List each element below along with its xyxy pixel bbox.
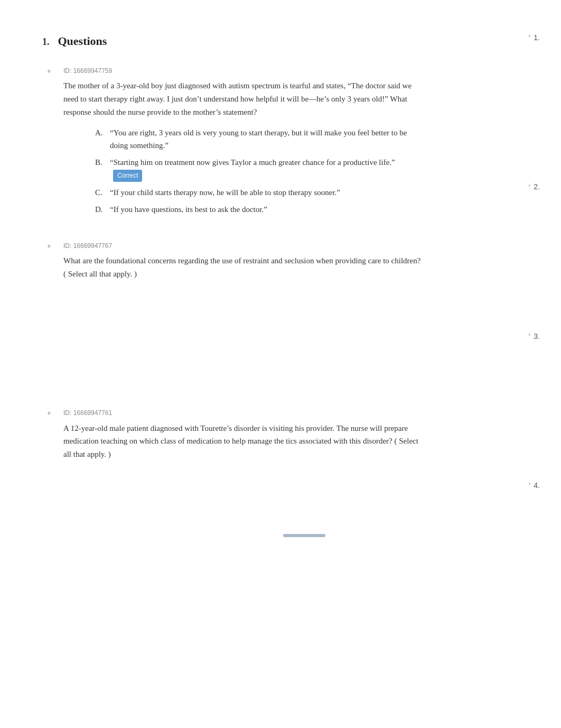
question-3-bullet: °: [48, 409, 51, 421]
page-container: 1. Questions ° 1. ° 2. ° 3. ° 4. ° ID: 1…: [0, 0, 561, 728]
answer-letter-c: C.: [95, 186, 110, 199]
question-1-answers: A. “You are right, 3 years old is very y…: [95, 126, 540, 216]
correct-badge: Correct: [113, 170, 142, 182]
section-number: 1.: [42, 34, 50, 50]
nav-label-1: 1.: [534, 32, 540, 43]
question-2-text: What are the foundational concerns regar…: [63, 254, 423, 281]
question-1-text: The mother of a 3-year-old boy just diag…: [63, 79, 423, 118]
question-3-text: A 12-year-old male patient diagnosed wit…: [63, 422, 423, 461]
answer-1-b: B. “Starting him on treatment now gives …: [95, 156, 423, 182]
question-3: ° ID: 16669947761 A 12-year-old male pat…: [63, 408, 540, 542]
question-2: ° ID: 16669947767 What are the foundatio…: [63, 241, 540, 383]
question-3-id: ID: 16669947761: [63, 408, 540, 418]
questions-list: ° ID: 16669947759 The mother of a 3-year…: [63, 66, 540, 542]
answer-letter-b: B.: [95, 156, 110, 169]
nav-item-1[interactable]: ° 1.: [528, 32, 540, 43]
nav-dot-1: °: [528, 33, 530, 42]
question-2-id: ID: 16669947767: [63, 241, 540, 251]
question-2-bullet: °: [48, 242, 51, 254]
answer-text-c: “If your child starts therapy now, he wi…: [110, 186, 423, 199]
question-1: ° ID: 16669947759 The mother of a 3-year…: [63, 66, 540, 216]
answer-text-d: “If you have questions, its best to ask …: [110, 203, 423, 216]
answer-letter-d: D.: [95, 203, 110, 216]
answer-b-text: “Starting him on treatment now gives Tay…: [110, 158, 395, 167]
section-heading: Questions: [58, 32, 107, 50]
question-1-bullet: °: [48, 67, 51, 79]
answer-1-d: D. “If you have questions, its best to a…: [95, 203, 423, 216]
answer-letter-a: A.: [95, 126, 110, 139]
answer-text-a: “You are right, 3 years old is very youn…: [110, 126, 423, 152]
progress-bar-decoration: [283, 534, 325, 537]
answer-1-a: A. “You are right, 3 years old is very y…: [95, 126, 423, 152]
question-1-id: ID: 16669947759: [63, 66, 540, 76]
question-2-spacer: [63, 288, 540, 383]
answer-text-b: “Starting him on treatment now gives Tay…: [110, 156, 423, 182]
answer-1-c: C. “If your child starts therapy now, he…: [95, 186, 423, 199]
